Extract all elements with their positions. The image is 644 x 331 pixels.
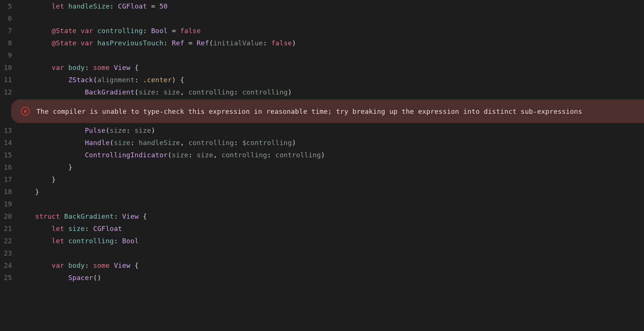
line-number: 8 — [0, 39, 19, 47]
code-content[interactable]: } — [19, 176, 644, 183]
line-number: 7 — [0, 27, 19, 35]
line-number: 21 — [0, 225, 19, 232]
error-icon — [21, 107, 30, 116]
code-content[interactable]: } — [19, 163, 644, 171]
code-line[interactable]: 25 Spacer() — [0, 271, 644, 284]
code-content[interactable]: @State var hasPreviousTouch: Ref = Ref(i… — [19, 39, 644, 47]
code-line[interactable]: 17 } — [0, 173, 644, 186]
code-line[interactable]: 5 let handleSize: CGFloat = 50 — [0, 0, 644, 12]
code-content[interactable]: var body: some View { — [19, 261, 644, 269]
line-number: 20 — [0, 212, 19, 220]
code-content[interactable]: ZStack(alignment: .center) { — [19, 76, 644, 84]
code-content[interactable]: Handle(size: handleSize, controlling: $c… — [19, 139, 644, 147]
error-message: The compiler is unable to type-check thi… — [36, 107, 582, 115]
line-number: 6 — [0, 15, 19, 22]
line-number: 11 — [0, 76, 19, 84]
code-content[interactable]: Spacer() — [19, 274, 644, 282]
code-line[interactable]: 24 var body: some View { — [0, 259, 644, 271]
code-line[interactable]: 13 Pulse(size: size) — [0, 124, 644, 136]
code-content[interactable]: var body: some View { — [19, 64, 644, 71]
code-content[interactable]: let handleSize: CGFloat = 50 — [19, 2, 644, 10]
code-line[interactable]: 14 Handle(size: handleSize, controlling:… — [0, 136, 644, 149]
code-content[interactable]: @State var controlling: Bool = false — [19, 27, 644, 35]
error-banner[interactable]: The compiler is unable to type-check thi… — [11, 99, 644, 123]
code-editor[interactable]: 5 let handleSize: CGFloat = 5067 @State … — [0, 0, 644, 284]
code-line[interactable]: 11 ZStack(alignment: .center) { — [0, 74, 644, 86]
code-content[interactable]: ControllingIndicator(size: size, control… — [19, 151, 644, 159]
line-number: 24 — [0, 261, 19, 269]
code-content[interactable]: BackGradient(size: size, controlling: co… — [19, 88, 644, 96]
code-line[interactable]: 9 — [0, 49, 644, 61]
code-content[interactable]: let size: CGFloat — [19, 225, 644, 232]
line-number: 12 — [0, 88, 19, 96]
line-number: 10 — [0, 64, 19, 71]
line-number: 9 — [0, 51, 19, 59]
line-number: 15 — [0, 151, 19, 159]
line-number: 13 — [0, 126, 19, 134]
line-number: 16 — [0, 163, 19, 171]
code-line[interactable]: 18 } — [0, 186, 644, 198]
code-line[interactable]: 8 @State var hasPreviousTouch: Ref = Ref… — [0, 37, 644, 49]
code-content[interactable]: } — [19, 188, 644, 196]
line-number: 17 — [0, 176, 19, 183]
line-number: 5 — [0, 2, 19, 10]
line-number: 18 — [0, 188, 19, 196]
code-line[interactable]: 19 — [0, 198, 644, 210]
code-line[interactable]: 22 let controlling: Bool — [0, 235, 644, 247]
line-number: 14 — [0, 139, 19, 147]
code-content[interactable]: struct BackGradient: View { — [19, 212, 644, 220]
code-line[interactable]: 15 ControllingIndicator(size: size, cont… — [0, 149, 644, 161]
code-line[interactable]: 12 BackGradient(size: size, controlling:… — [0, 86, 644, 98]
code-content[interactable]: Pulse(size: size) — [19, 126, 644, 134]
line-number: 23 — [0, 249, 19, 257]
code-line[interactable]: 20 struct BackGradient: View { — [0, 210, 644, 222]
code-content[interactable]: let controlling: Bool — [19, 237, 644, 245]
line-number: 19 — [0, 200, 19, 208]
code-line[interactable]: 10 var body: some View { — [0, 61, 644, 74]
line-number: 25 — [0, 274, 19, 282]
code-line[interactable]: 6 — [0, 12, 644, 25]
code-line[interactable]: 21 let size: CGFloat — [0, 222, 644, 235]
line-number: 22 — [0, 237, 19, 245]
code-line[interactable]: 23 — [0, 247, 644, 259]
code-line[interactable]: 16 } — [0, 161, 644, 173]
code-line[interactable]: 7 @State var controlling: Bool = false — [0, 25, 644, 37]
